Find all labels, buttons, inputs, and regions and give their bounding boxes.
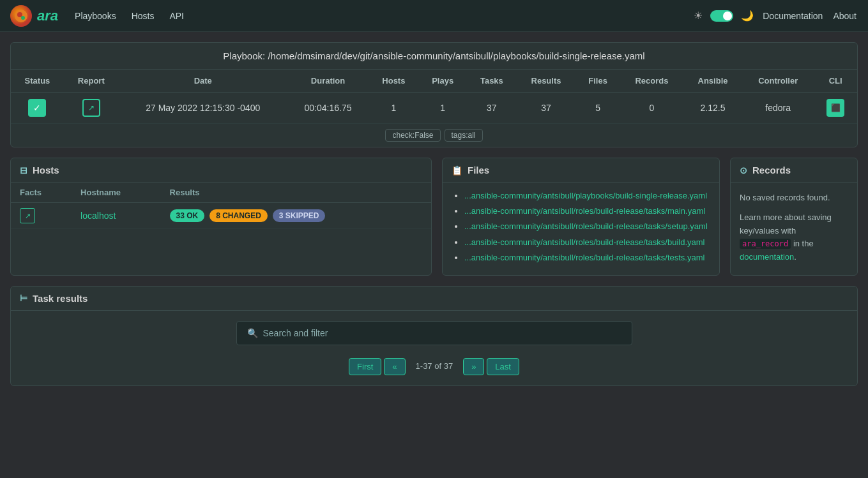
host-link[interactable]: localhost (80, 211, 116, 221)
playbook-card: Playbook: /home/dmsimard/dev/git/ansible… (10, 42, 858, 147)
hosts-panel: ⊟ Hosts Facts Hostname Results ↗ (10, 158, 432, 276)
first-page-button[interactable]: First (349, 358, 381, 375)
cell-controller-val: fedora (742, 93, 814, 124)
brand-name: ara (37, 8, 58, 24)
hosts-results-cell: 33 OK 8 CHANGED 3 SKIPPED (161, 203, 431, 229)
col-controller: Controller (742, 70, 814, 93)
no-records-text: No saved records found. (740, 191, 848, 205)
search-bar-wrap: 🔍 (11, 311, 857, 355)
report-link-icon[interactable]: ↗ (82, 99, 100, 117)
cell-report[interactable]: ↗ (64, 93, 119, 124)
col-duration: Duration (287, 70, 369, 93)
tags-row: check:False tags:all (11, 124, 857, 147)
search-icon: 🔍 (247, 328, 258, 338)
host-facts-icon[interactable]: ↗ (20, 208, 35, 223)
files-panel: 📋 Files ...ansible-community/antsibull/p… (442, 158, 720, 276)
nav-playbooks[interactable]: Playbooks (73, 8, 118, 24)
hosts-col-hostname: Hostname (72, 183, 160, 203)
playbook-row: ✓ ↗ 27 May 2022 12:15:30 -0400 00:04:16.… (11, 93, 857, 124)
records-learn-text: Learn more about saving key/values with … (740, 211, 848, 264)
col-plays: Plays (418, 70, 466, 93)
cell-cli-val[interactable]: ⬛ (814, 93, 857, 124)
cell-files-val: 5 (575, 93, 620, 124)
task-results-title: Task results (33, 293, 88, 304)
tag-tags: tags:all (445, 129, 483, 142)
in-text: in the (793, 239, 814, 248)
panels-row: ⊟ Hosts Facts Hostname Results ↗ (10, 158, 858, 276)
col-cli: CLI (814, 70, 857, 93)
logo-icon (10, 5, 32, 27)
col-tasks: Tasks (467, 70, 517, 93)
search-bar: 🔍 (236, 321, 632, 345)
ara-record-code: ara_record (740, 239, 791, 249)
pagination: First « 1-37 of 37 » Last (11, 355, 857, 378)
playbook-table-wrap: Status Report Date Duration Hosts Plays … (11, 70, 857, 124)
playbook-header-row: Status Report Date Duration Hosts Plays … (11, 70, 857, 93)
hosts-table: Facts Hostname Results ↗ localhost (11, 183, 431, 229)
prev-page-button[interactable]: « (384, 358, 405, 375)
records-panel-icon: ⊙ (740, 165, 747, 176)
records-panel-title: Records (752, 165, 791, 176)
playbook-table: Status Report Date Duration Hosts Plays … (11, 70, 857, 124)
nav-about[interactable]: About (832, 8, 858, 24)
records-panel: ⊙ Records No saved records found. Learn … (730, 158, 858, 276)
moon-icon: 🌙 (741, 10, 754, 22)
hosts-panel-header: ⊟ Hosts (11, 158, 431, 183)
list-item: ...ansible-community/antsibull/roles/bui… (464, 237, 709, 248)
cell-plays-val: 1 (418, 93, 466, 124)
last-page-button[interactable]: Last (487, 358, 519, 375)
cell-tasks-val: 37 (467, 93, 517, 124)
task-results-icon: ⊨ (20, 293, 27, 303)
file-link-2[interactable]: ...ansible-community/antsibull/roles/bui… (464, 221, 708, 231)
nav-api[interactable]: API (168, 8, 185, 24)
files-ul: ...ansible-community/antsibull/playbooks… (453, 190, 709, 264)
badge-changed: 8 CHANGED (209, 209, 268, 222)
hosts-panel-title: Hosts (33, 165, 59, 176)
col-results: Results (517, 70, 575, 93)
cell-ansible-val: 2.12.5 (683, 93, 742, 124)
task-results-panel: ⊨ Task results 🔍 First « 1-37 of 37 » La… (10, 286, 858, 386)
files-panel-header: 📋 Files (443, 158, 719, 183)
nav-documentation[interactable]: Documentation (761, 8, 824, 24)
documentation-link[interactable]: documentation (740, 252, 794, 262)
sun-icon: ☀ (694, 10, 703, 22)
badge-ok: 33 OK (170, 209, 205, 222)
hosts-col-results: Results (161, 183, 431, 203)
period: . (794, 252, 796, 262)
list-item: ...ansible-community/antsibull/playbooks… (464, 190, 709, 202)
next-page-button[interactable]: » (463, 358, 484, 375)
search-input[interactable] (263, 328, 621, 338)
cell-hosts-val: 1 (369, 93, 418, 124)
file-link-4[interactable]: ...ansible-community/antsibull/roles/bui… (464, 253, 704, 262)
hosts-row: ↗ localhost 33 OK 8 CHANGED 3 SKIPPED (11, 203, 431, 229)
col-files: Files (575, 70, 620, 93)
list-item: ...ansible-community/antsibull/roles/bui… (464, 205, 709, 217)
nav-links: Playbooks Hosts API (73, 8, 694, 24)
hosts-facts-cell: ↗ (11, 203, 72, 229)
hosts-col-facts: Facts (11, 183, 72, 203)
records-body: No saved records found. Learn more about… (731, 183, 857, 273)
nav-hosts[interactable]: Hosts (130, 8, 156, 24)
status-ok-icon: ✓ (28, 99, 46, 117)
playbook-title: Playbook: /home/dmsimard/dev/git/ansible… (11, 43, 857, 70)
nav-right: ☀ 🌙 Documentation About (694, 8, 858, 24)
main-content: Playbook: /home/dmsimard/dev/git/ansible… (0, 32, 868, 396)
theme-toggle[interactable] (710, 10, 733, 22)
files-list: ...ansible-community/antsibull/playbooks… (443, 183, 719, 275)
cell-status: ✓ (11, 93, 64, 124)
files-panel-icon: 📋 (452, 165, 462, 176)
file-link-1[interactable]: ...ansible-community/antsibull/roles/bui… (464, 206, 705, 216)
cell-date: 27 May 2022 12:15:30 -0400 (119, 93, 287, 124)
col-report: Report (64, 70, 119, 93)
col-status: Status (11, 70, 64, 93)
cli-icon[interactable]: ⬛ (826, 99, 844, 117)
cell-results-val: 37 (517, 93, 575, 124)
list-item: ...ansible-community/antsibull/roles/bui… (464, 221, 709, 232)
file-link-0[interactable]: ...ansible-community/antsibull/playbooks… (464, 191, 707, 200)
file-link-3[interactable]: ...ansible-community/antsibull/roles/bui… (464, 237, 704, 247)
tag-check: check:False (385, 129, 440, 142)
cell-duration: 00:04:16.75 (287, 93, 369, 124)
badge-skipped: 3 SKIPPED (273, 209, 326, 222)
hosts-panel-icon: ⊟ (20, 165, 27, 176)
hosts-header-row: Facts Hostname Results (11, 183, 431, 203)
